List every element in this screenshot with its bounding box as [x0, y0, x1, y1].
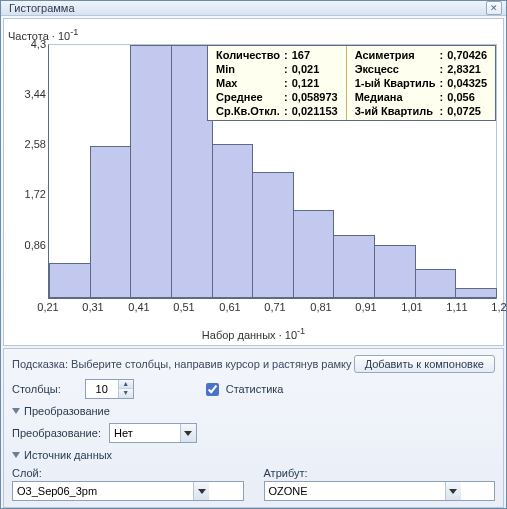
add-to-layout-button[interactable]: Добавить к компоновке — [354, 355, 495, 373]
x-tick: 0,21 — [37, 301, 58, 313]
chevron-down-icon — [12, 408, 20, 414]
histogram-bar[interactable] — [455, 288, 497, 298]
histogram-dialog: Гистограмма ✕ Частота · 10-1 4,3 3,44 2,… — [0, 0, 507, 509]
spin-up-icon[interactable]: ▲ — [119, 380, 133, 389]
attribute-combo[interactable] — [264, 481, 496, 501]
histogram-bar[interactable] — [333, 235, 375, 298]
chevron-down-icon — [12, 452, 20, 458]
controls-panel: Подсказка: Выберите столбцы, направив ку… — [3, 348, 504, 508]
dropdown-icon[interactable] — [180, 424, 196, 442]
attribute-input[interactable] — [265, 482, 445, 500]
statistics-checkbox[interactable]: Статистика — [202, 380, 284, 399]
x-tick: 0,61 — [219, 301, 240, 313]
hint-text: Подсказка: Выберите столбцы, направив ку… — [12, 358, 352, 370]
window-title: Гистограмма — [9, 2, 75, 14]
plot-box[interactable]: Количество:167 Min:0,021 Max:0,121 Средн… — [48, 44, 497, 299]
transform-section-header[interactable]: Преобразование — [12, 405, 495, 417]
x-tick: 0,71 — [264, 301, 285, 313]
histogram-bar[interactable] — [415, 269, 457, 298]
x-tick: 0,81 — [310, 301, 331, 313]
x-tick: 0,91 — [355, 301, 376, 313]
layer-label: Слой: — [12, 467, 244, 479]
x-tick: 1,01 — [401, 301, 422, 313]
x-tick: 0,41 — [128, 301, 149, 313]
titlebar[interactable]: Гистограмма ✕ — [1, 1, 506, 16]
layer-combo[interactable] — [12, 481, 244, 501]
histogram-bar[interactable] — [90, 146, 132, 298]
transform-label: Преобразование: — [12, 427, 101, 439]
transform-input[interactable] — [110, 424, 180, 442]
y-tick: 2,58 — [25, 138, 46, 150]
statistics-checkbox-input[interactable] — [206, 383, 219, 396]
columns-label: Столбцы: — [12, 383, 61, 395]
layer-input[interactable] — [13, 482, 193, 500]
close-icon[interactable]: ✕ — [486, 1, 502, 15]
chart-area: Частота · 10-1 4,3 3,44 2,58 1,72 0,86 К… — [3, 18, 504, 346]
dropdown-icon[interactable] — [445, 482, 461, 500]
y-tick: 4,3 — [31, 38, 46, 50]
attribute-label: Атрибут: — [264, 467, 496, 479]
spin-down-icon[interactable]: ▼ — [119, 389, 133, 398]
transform-combo[interactable] — [109, 423, 197, 443]
histogram-bar[interactable] — [130, 45, 172, 298]
histogram-bar[interactable] — [293, 210, 335, 298]
data-source-section-header[interactable]: Источник данных — [12, 449, 495, 461]
stats-box: Количество:167 Min:0,021 Max:0,121 Средн… — [207, 45, 496, 121]
x-axis-label: Набор данных · 10-1 — [4, 326, 503, 341]
histogram-bar[interactable] — [374, 245, 416, 298]
y-tick: 0,86 — [25, 239, 46, 251]
dropdown-icon[interactable] — [193, 482, 209, 500]
histogram-bar[interactable] — [212, 144, 254, 298]
y-tick: 3,44 — [25, 88, 46, 100]
x-tick: 0,51 — [173, 301, 194, 313]
y-tick: 1,72 — [25, 188, 46, 200]
x-tick: 0,31 — [82, 301, 103, 313]
histogram-bar[interactable] — [252, 172, 294, 299]
histogram-bar[interactable] — [49, 263, 91, 298]
x-tick: 1,21 — [491, 301, 507, 313]
x-tick: 1,11 — [446, 301, 467, 313]
columns-input[interactable] — [86, 380, 118, 398]
columns-spinner[interactable]: ▲ ▼ — [85, 379, 134, 399]
